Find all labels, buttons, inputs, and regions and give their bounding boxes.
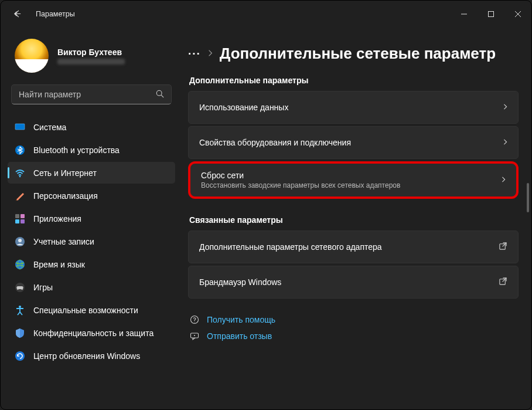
nav-time[interactable]: Время и язык — [8, 253, 175, 275]
link-label: Отправить отзыв — [207, 331, 272, 341]
user-name: Виктор Бухтеев — [57, 48, 125, 57]
close-button[interactable] — [504, 4, 531, 25]
svg-point-4 — [156, 90, 162, 96]
nav-bluetooth[interactable]: Bluetooth и устройства — [8, 139, 175, 161]
card-subtitle: Восстановить заводские параметры всех се… — [201, 181, 400, 189]
accessibility-icon — [15, 305, 25, 316]
maximize-button[interactable] — [478, 4, 504, 25]
nav-gaming[interactable]: Игры — [8, 276, 175, 298]
clock-globe-icon — [15, 259, 25, 270]
search-icon — [156, 90, 164, 100]
search-box[interactable] — [11, 84, 172, 104]
svg-rect-13 — [21, 219, 25, 223]
card-data-usage[interactable]: Использование данных — [188, 91, 519, 124]
minimize-button[interactable] — [451, 4, 478, 25]
card-title: Дополнительные параметры сетевого адапте… — [199, 242, 382, 252]
get-help-link[interactable]: Получить помощь — [189, 315, 519, 324]
card-adapter-options[interactable]: Дополнительные параметры сетевого адапте… — [188, 231, 519, 263]
chevron-right-icon — [503, 138, 507, 147]
link-label: Получить помощь — [207, 315, 275, 324]
nav-label: Bluetooth и устройства — [33, 145, 120, 155]
nav-accounts[interactable]: Учетные записи — [8, 231, 175, 252]
svg-rect-1 — [489, 11, 494, 16]
nav-privacy[interactable]: Конфиденциальность и защита — [8, 322, 175, 344]
svg-point-24 — [194, 321, 195, 322]
window-title: Параметры — [36, 10, 75, 18]
main-content: ··· Дополнительные сетевые параметр Допо… — [182, 27, 531, 409]
help-links: Получить помощь Отправить отзыв — [188, 315, 519, 341]
nav-accessibility[interactable]: Специальные возможности — [8, 299, 175, 321]
nav-update[interactable]: Центр обновления Windows — [8, 345, 175, 367]
svg-line-5 — [161, 95, 163, 97]
nav-personalization[interactable]: Персонализация — [8, 185, 175, 206]
nav-label: Время и язык — [33, 260, 85, 269]
user-email-blurred — [57, 59, 125, 65]
user-block[interactable]: Виктор Бухтеев — [1, 27, 182, 84]
card-hardware-props[interactable]: Свойства оборудования и подключения — [188, 126, 519, 159]
page-title: Дополнительные сетевые параметр — [220, 45, 496, 63]
svg-point-9 — [19, 175, 21, 177]
svg-rect-12 — [15, 219, 19, 223]
nav: Система Bluetooth и устройства Сеть и Ин… — [1, 116, 182, 367]
svg-rect-6 — [15, 124, 25, 130]
card-title: Свойства оборудования и подключения — [199, 138, 351, 147]
chevron-right-icon — [502, 176, 506, 185]
svg-point-15 — [18, 239, 22, 242]
paintbrush-icon — [15, 191, 25, 201]
back-button[interactable] — [9, 6, 25, 22]
nav-label: Учетные записи — [33, 237, 94, 246]
nav-label: Сеть и Интернет — [33, 168, 97, 178]
svg-point-16 — [15, 260, 25, 269]
sidebar: Виктор Бухтеев Система — [1, 27, 182, 409]
feedback-icon — [189, 331, 200, 341]
card-title: Брандмауэр Windows — [199, 277, 281, 287]
open-external-icon — [499, 277, 507, 288]
section-advanced-label: Дополнительные параметры — [189, 76, 519, 85]
avatar — [15, 39, 49, 73]
svg-point-20 — [15, 351, 25, 361]
chevron-right-icon — [208, 49, 213, 59]
system-icon — [15, 122, 25, 133]
nav-label: Система — [33, 123, 66, 132]
nav-label: Конфиденциальность и защита — [33, 328, 154, 338]
scrollbar[interactable] — [527, 48, 529, 398]
breadcrumb: ··· Дополнительные сетевые параметр — [188, 45, 519, 63]
update-icon — [15, 351, 25, 361]
nav-apps[interactable]: Приложения — [8, 208, 175, 229]
bluetooth-icon — [15, 145, 25, 155]
nav-label: Персонализация — [33, 191, 98, 201]
card-title: Использование данных — [199, 103, 288, 112]
chevron-right-icon — [503, 103, 507, 112]
nav-label: Центр обновления Windows — [33, 351, 140, 361]
help-icon — [189, 315, 200, 324]
section-related-label: Связанные параметры — [189, 215, 519, 225]
svg-point-26 — [194, 335, 195, 336]
card-network-reset[interactable]: Сброс сети Восстановить заводские параме… — [188, 161, 519, 199]
search-input[interactable] — [19, 90, 151, 99]
card-title: Сброс сети — [201, 171, 400, 180]
breadcrumb-overflow[interactable]: ··· — [188, 48, 201, 60]
card-firewall[interactable]: Брандмауэр Windows — [188, 266, 519, 299]
titlebar: Параметры — [1, 1, 531, 27]
feedback-link[interactable]: Отправить отзыв — [189, 331, 519, 341]
nav-system[interactable]: Система — [8, 116, 175, 138]
svg-rect-11 — [21, 214, 25, 218]
wifi-icon — [15, 168, 25, 178]
apps-icon — [15, 214, 25, 224]
gaming-icon — [15, 282, 25, 293]
window-controls — [451, 4, 531, 25]
accounts-icon — [15, 236, 25, 247]
nav-label: Приложения — [33, 214, 81, 223]
nav-label: Специальные возможности — [33, 306, 138, 315]
nav-label: Игры — [33, 283, 53, 292]
shield-icon — [15, 328, 25, 338]
open-external-icon — [499, 242, 507, 253]
svg-rect-10 — [15, 214, 19, 218]
scrollbar-thumb[interactable] — [527, 183, 529, 212]
svg-point-19 — [19, 306, 21, 308]
nav-network[interactable]: Сеть и Интернет — [8, 162, 175, 184]
